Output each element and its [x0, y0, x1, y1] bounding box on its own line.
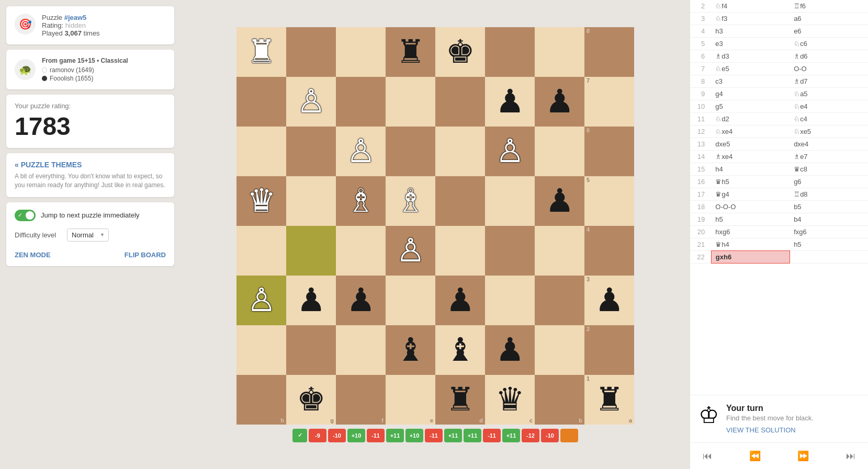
board-square[interactable]: [485, 27, 535, 77]
board-square[interactable]: [485, 226, 535, 276]
move-white[interactable]: h3: [711, 25, 790, 38]
move-black[interactable]: ♗d6: [790, 50, 868, 63]
nav-first-button[interactable]: ⏮: [698, 449, 716, 464]
board-square[interactable]: [535, 127, 584, 176]
move-white[interactable]: ♛h5: [711, 176, 790, 188]
move-white[interactable]: ♛h4: [711, 238, 790, 251]
board-square[interactable]: [435, 127, 485, 176]
move-black[interactable]: b5: [790, 201, 868, 213]
move-black[interactable]: e6: [790, 25, 868, 38]
board-square[interactable]: ♟: [435, 276, 485, 325]
board-square[interactable]: ♙: [485, 127, 535, 176]
move-white[interactable]: O-O-O: [711, 201, 790, 213]
chess-board[interactable]: ♜♜♚8♙♟♟7♙♙6♛♗♗♟5♙4♙♟♟♟3♟♝♝♟2hg♚fed♜c♛b1a…: [236, 27, 634, 425]
move-white[interactable]: h4: [711, 163, 790, 176]
board-square[interactable]: ♙: [236, 276, 286, 325]
move-white[interactable]: ♗d3: [711, 50, 790, 63]
board-square[interactable]: d♜: [435, 375, 485, 425]
board-square[interactable]: g♚: [286, 375, 336, 425]
board-square[interactable]: [286, 325, 336, 375]
move-black[interactable]: dxe4: [790, 138, 868, 151]
board-square[interactable]: ♟: [336, 276, 386, 325]
move-white[interactable]: gxh6: [711, 251, 790, 264]
zen-mode-button[interactable]: ZEN MODE: [15, 251, 51, 259]
move-white[interactable]: dxe5: [711, 138, 790, 151]
board-square[interactable]: ♚: [435, 27, 485, 77]
board-square[interactable]: ♙: [386, 226, 435, 276]
move-white[interactable]: g5: [711, 100, 790, 113]
move-black[interactable]: a6: [790, 13, 868, 25]
move-white[interactable]: g4: [711, 88, 790, 100]
board-square[interactable]: ♙: [286, 77, 336, 127]
board-square[interactable]: [336, 226, 386, 276]
board-square[interactable]: f: [336, 375, 386, 425]
move-white[interactable]: ♘e5: [711, 63, 790, 75]
move-white[interactable]: ♛g4: [711, 188, 790, 201]
board-square[interactable]: ♛: [236, 176, 286, 226]
board-square[interactable]: [485, 176, 535, 226]
move-black[interactable]: ♘c6: [790, 38, 868, 50]
board-square[interactable]: ♟: [286, 276, 336, 325]
move-black[interactable]: ♘xe5: [790, 125, 868, 138]
board-square[interactable]: [236, 77, 286, 127]
board-square[interactable]: [535, 325, 584, 375]
board-square[interactable]: ♟: [535, 176, 584, 226]
board-square[interactable]: [286, 176, 336, 226]
flip-board-button[interactable]: FLIP BOARD: [125, 251, 166, 259]
moves-panel[interactable]: 2♘f4♖f63♘f3a64h3e65e3♘c66♗d3♗d67♘e5O-O8c…: [690, 0, 868, 395]
board-square[interactable]: [336, 77, 386, 127]
board-square[interactable]: [535, 27, 584, 77]
board-square[interactable]: [286, 127, 336, 176]
move-black[interactable]: g6: [790, 176, 868, 188]
nav-last-button[interactable]: ⏭: [842, 449, 860, 464]
board-square[interactable]: ♜: [236, 27, 286, 77]
board-square[interactable]: ♟: [485, 325, 535, 375]
board-square[interactable]: b: [535, 375, 584, 425]
move-black[interactable]: ♖f6: [790, 0, 868, 13]
move-black[interactable]: O-O: [790, 63, 868, 75]
board-square[interactable]: c♛: [485, 375, 535, 425]
board-square[interactable]: [336, 27, 386, 77]
puzzle-id-link[interactable]: #jeaw5: [64, 14, 87, 21]
board-square[interactable]: ♗: [336, 176, 386, 226]
board-square[interactable]: [236, 127, 286, 176]
board-square[interactable]: [386, 276, 435, 325]
view-solution-link[interactable]: VIEW THE SOLUTION: [726, 426, 814, 434]
move-white[interactable]: ♘f3: [711, 13, 790, 25]
move-black[interactable]: [790, 251, 868, 264]
board-square[interactable]: ♝: [435, 325, 485, 375]
move-black[interactable]: ♘c4: [790, 113, 868, 125]
move-black[interactable]: ♘a5: [790, 88, 868, 100]
board-square[interactable]: ♝: [386, 325, 435, 375]
move-black[interactable]: ♗e7: [790, 151, 868, 163]
move-white[interactable]: hxg6: [711, 226, 790, 238]
board-square[interactable]: 3♟: [584, 276, 634, 325]
move-white[interactable]: ♗xe4: [711, 151, 790, 163]
board-square[interactable]: e: [386, 375, 435, 425]
board-square[interactable]: [386, 77, 435, 127]
move-black[interactable]: ♗d7: [790, 75, 868, 88]
themes-title[interactable]: « PUZZLE THEMES: [15, 161, 166, 169]
difficulty-select[interactable]: Easiest Easier Normal Harder Hardest: [67, 228, 109, 242]
move-white[interactable]: h5: [711, 213, 790, 226]
board-square[interactable]: [236, 226, 286, 276]
board-square[interactable]: 4: [584, 226, 634, 276]
move-white[interactable]: e3: [711, 38, 790, 50]
jump-toggle-switch[interactable]: ✓: [15, 210, 36, 221]
board-square[interactable]: [286, 226, 336, 276]
nav-next-button[interactable]: ⏩: [793, 448, 813, 464]
board-square[interactable]: 6: [584, 127, 634, 176]
board-square[interactable]: [535, 276, 584, 325]
board-square[interactable]: ♟: [535, 77, 584, 127]
board-square[interactable]: [336, 325, 386, 375]
board-square[interactable]: [286, 27, 336, 77]
board-square[interactable]: [435, 176, 485, 226]
board-square[interactable]: ♗: [386, 176, 435, 226]
board-square[interactable]: 1a♜: [584, 375, 634, 425]
board-square[interactable]: ♙: [336, 127, 386, 176]
move-black[interactable]: fxg6: [790, 226, 868, 238]
move-white[interactable]: c3: [711, 75, 790, 88]
move-white[interactable]: ♘f4: [711, 0, 790, 13]
move-black[interactable]: h5: [790, 238, 868, 251]
board-square[interactable]: 2: [584, 325, 634, 375]
